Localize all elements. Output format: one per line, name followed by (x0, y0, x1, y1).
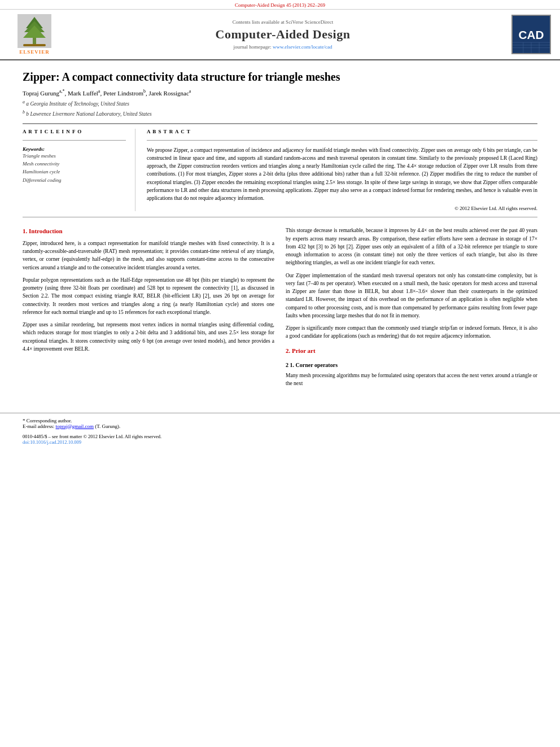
main-content: Zipper: A compact connectivity data stru… (0, 60, 560, 401)
elsevier-tree-image (18, 14, 51, 48)
svg-rect-0 (33, 37, 36, 45)
elsevier-logo: ELSEVIER (9, 14, 60, 55)
author-email-link[interactable]: topraj@gmail.com (55, 423, 94, 429)
prior-art-heading: 2. Prior art (286, 346, 537, 356)
footer-doi: doi:10.1016/j.cad.2012.10.009 (23, 439, 537, 445)
article-info-column: A R T I C L E I N F O Keywords: Triangle… (23, 129, 135, 212)
cad-logo-container: CAD (506, 15, 551, 54)
svg-rect-4 (23, 44, 46, 46)
abstract-text: We propose Zipper, a compact representat… (147, 146, 537, 203)
affiliation-b: b b Lawrence Livermore National Laborato… (23, 109, 537, 118)
affiliation-a: a a Georgia Institute of Technology, Uni… (23, 99, 537, 108)
body-divider (23, 217, 537, 217)
authors-text: Topraj Gurunga,*, Mark Luffela, Peter Li… (23, 90, 191, 97)
info-divider (23, 140, 126, 141)
corner-operators-text: Many mesh processing algorithms may be f… (286, 372, 537, 388)
keyword-4: Differential coding (23, 176, 126, 184)
svg-text:CAD: CAD (519, 28, 544, 41)
keywords-list: Triangle meshes Mesh connectivity Hamilt… (23, 152, 126, 185)
abstract-label: A B S T R A C T (147, 129, 537, 134)
intro-para-2: Popular polygon representations such as … (23, 276, 274, 316)
body-left-column: 1. Introduction Zipper, introduced here,… (23, 226, 274, 392)
article-info-label: A R T I C L E I N F O (23, 129, 126, 134)
journal-homepage-link[interactable]: www.elsevier.com/locate/cad (273, 44, 332, 50)
cad-logo-box: CAD (511, 15, 551, 54)
keywords-label: Keywords: (23, 146, 126, 152)
top-bar: Computer-Aided Design 45 (2013) 262–269 (0, 0, 560, 10)
authors: Topraj Gurunga,*, Mark Luffela, Peter Li… (23, 89, 537, 97)
elsevier-text: ELSEVIER (19, 49, 50, 55)
publisher-logo: ELSEVIER (9, 14, 60, 55)
body-right-column: This storage decrease is remarkable, bec… (286, 226, 537, 392)
journal-center: Contents lists available at SciVerse Sci… (60, 19, 506, 50)
intro-right-para-2: Our Zipper implementation of the standar… (286, 272, 537, 320)
footer-copyright: 0010-4485/$ – see front matter © 2012 El… (23, 434, 537, 439)
header-divider (23, 123, 537, 124)
abstract-divider (147, 140, 537, 141)
intro-para-1: Zipper, introduced here, is a compact re… (23, 239, 274, 272)
journal-citation: Computer-Aided Design 45 (2013) 262–269 (235, 2, 325, 8)
contents-line: Contents lists available at SciVerse Sci… (60, 19, 506, 25)
paper-title: Zipper: A compact connectivity data stru… (23, 69, 537, 84)
intro-right-para-1: This storage decrease is remarkable, bec… (286, 226, 537, 267)
abstract-column: A B S T R A C T We propose Zipper, a com… (147, 129, 537, 212)
intro-right-para-3: Zipper is significantly more compact tha… (286, 324, 537, 340)
corner-operators-heading: 2 1. Corner operators (286, 361, 537, 369)
article-meta: A R T I C L E I N F O Keywords: Triangle… (23, 129, 537, 212)
intro-heading: 1. Introduction (23, 226, 274, 236)
journal-title: Computer-Aided Design (60, 27, 506, 42)
journal-header: ELSEVIER Contents lists available at Sci… (0, 10, 560, 60)
body-columns: 1. Introduction Zipper, introduced here,… (23, 226, 537, 392)
doi-link[interactable]: doi:10.1016/j.cad.2012.10.009 (23, 439, 81, 445)
keyword-1: Triangle meshes (23, 152, 126, 160)
journal-homepage: journal homepage: www.elsevier.com/locat… (60, 44, 506, 50)
page-footer: * Corresponding author. E-mail address: … (0, 413, 560, 449)
keyword-3: Hamiltonian cycle (23, 168, 126, 176)
keyword-2: Mesh connectivity (23, 160, 126, 168)
intro-para-3: Zipper uses a similar reordering, but re… (23, 321, 274, 353)
abstract-copyright: © 2012 Elsevier Ltd. All rights reserved… (147, 206, 537, 211)
corresponding-author-note: * Corresponding author. E-mail address: … (23, 418, 537, 429)
